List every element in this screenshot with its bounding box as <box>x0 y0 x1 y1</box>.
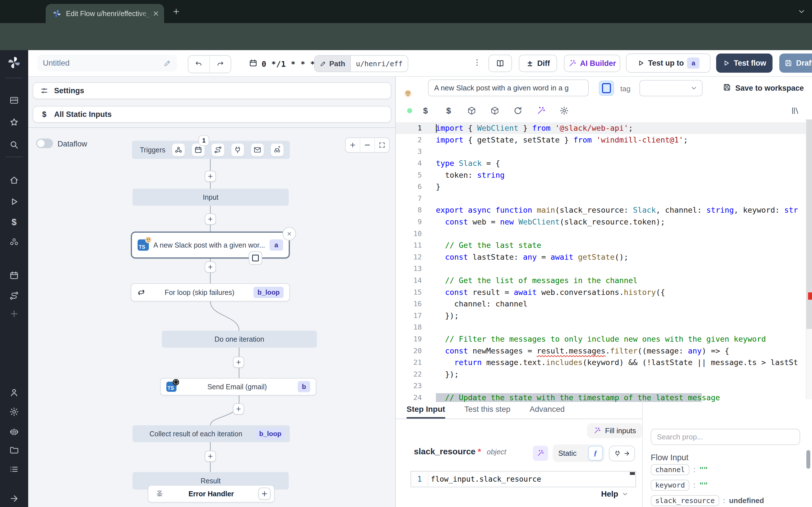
editor-reload-icon[interactable] <box>513 106 523 115</box>
play-icon <box>722 59 730 67</box>
slack-step-node[interactable]: TS A new Slack post with a given wor... … <box>131 231 290 259</box>
trigger-webhook-button[interactable] <box>172 143 185 157</box>
forloop-step-node[interactable]: For loop (skip failures) b_loop <box>131 283 290 301</box>
fit-view-button[interactable] <box>374 138 389 152</box>
add-step-button[interactable] <box>233 403 244 414</box>
static-label[interactable]: Static <box>558 449 576 458</box>
sidebar-item-settings-icon[interactable] <box>9 407 19 417</box>
trigger-watch-button[interactable] <box>270 143 284 157</box>
tab-step-input[interactable]: Step Input <box>407 400 445 418</box>
sidebar-item-users-icon[interactable] <box>9 388 19 398</box>
new-tab-icon[interactable] <box>172 7 181 16</box>
zoom-in-button[interactable] <box>346 138 360 152</box>
sidebar-item-workers-icon[interactable] <box>9 427 19 437</box>
trigger-plug-button[interactable] <box>231 143 245 157</box>
code-editor[interactable]: 1import { WebClient } from '@slack/web-a… <box>396 119 806 402</box>
triggers-bar[interactable]: Triggers <box>132 141 290 159</box>
docs-button[interactable] <box>488 55 512 72</box>
result-label: Result <box>201 477 221 485</box>
flow-name-field[interactable]: Untitled <box>37 55 177 71</box>
settings-button[interactable]: Settings <box>33 82 391 99</box>
browser-tab[interactable]: Edit Flow u/henri/effective_un <box>46 4 164 23</box>
add-step-button[interactable] <box>205 262 216 273</box>
tab-close-icon[interactable] <box>152 10 160 17</box>
library-icon[interactable] <box>791 106 800 115</box>
step-summary-input[interactable]: A new Slack post with a given word in a … <box>428 79 589 96</box>
add-step-button[interactable] <box>205 171 216 182</box>
sidebar-item-resources-icon[interactable] <box>9 237 19 247</box>
redo-button[interactable] <box>209 56 231 73</box>
remove-step-button[interactable] <box>283 227 296 240</box>
flow-input-node[interactable]: Input <box>133 189 289 206</box>
editor-dollar-icon[interactable]: $ <box>421 106 430 115</box>
expr-editor[interactable]: 1 flow_input.slack_resource <box>410 471 636 487</box>
zoom-out-button[interactable] <box>360 138 374 152</box>
ai-gen-button[interactable] <box>533 446 548 461</box>
dataflow-toggle[interactable] <box>36 138 53 148</box>
schedule-icon[interactable] <box>249 59 258 68</box>
editor-gear-icon[interactable] <box>559 106 569 115</box>
trigger-mail-button[interactable] <box>251 143 264 157</box>
save-workspace-icon[interactable] <box>722 83 731 92</box>
help-label: Help <box>601 490 618 499</box>
more-options-icon[interactable] <box>472 58 481 67</box>
fill-inputs-button[interactable]: Fill inputs <box>587 423 642 438</box>
prop-pill[interactable]: keyword <box>651 480 689 491</box>
diff-button[interactable]: ± Diff <box>519 55 557 72</box>
add-step-button[interactable] <box>205 451 216 462</box>
connect-input-button[interactable] <box>609 446 635 461</box>
sidebar-item-home-icon[interactable] <box>9 175 19 185</box>
editor-box-icon[interactable] <box>467 106 476 115</box>
input-node-label: Input <box>203 193 218 202</box>
help-toggle[interactable]: Help <box>601 490 628 499</box>
sidebar-item-search-icon[interactable] <box>9 140 19 150</box>
tab-advanced[interactable]: Advanced <box>529 400 565 418</box>
function-mode-button[interactable]: ƒ <box>588 446 603 460</box>
do-one-iteration-node[interactable]: Do one iteration <box>162 331 317 348</box>
sidebar-item-runs-icon[interactable] <box>9 196 19 207</box>
prop-pill[interactable]: slack_resource <box>651 495 719 506</box>
add-error-handler-button[interactable] <box>258 488 271 500</box>
trigger-route-button[interactable] <box>211 143 225 157</box>
tab-search-icon[interactable] <box>797 7 806 16</box>
lang-status-dot <box>407 108 412 113</box>
draft-button[interactable]: Draft <box>779 54 812 73</box>
sidebar-item-folders-icon[interactable] <box>9 445 19 455</box>
editor-box-icon[interactable] <box>490 106 500 115</box>
sidebar-item-variables-icon[interactable]: $ <box>9 217 19 227</box>
add-step-button[interactable] <box>205 214 216 225</box>
edit-name-icon[interactable] <box>163 59 171 67</box>
diff-toggle-button[interactable] <box>599 80 614 96</box>
code-line-19: 19 // Filter the messages to only includ… <box>396 333 806 345</box>
dataflow-label: Dataflow <box>57 140 87 149</box>
undo-button[interactable] <box>188 56 209 73</box>
sidebar-item-routes-icon[interactable] <box>9 291 19 301</box>
sidebar-item-add-icon[interactable] <box>9 309 19 319</box>
ai-builder-button[interactable]: AI Builder <box>564 55 620 72</box>
search-prop-input[interactable]: Search prop... <box>651 429 800 445</box>
sidebar-item-expand-icon[interactable] <box>9 494 19 504</box>
editor-scrollbar[interactable] <box>806 119 812 399</box>
editor-dollar-icon[interactable]: $ <box>444 106 453 115</box>
test-up-to-button[interactable]: Test up to a <box>626 54 711 73</box>
all-static-inputs-button[interactable]: $ All Static Inputs <box>33 106 391 123</box>
sidebar-item-favorites-icon[interactable] <box>9 117 19 127</box>
windmill-logo[interactable] <box>7 55 21 70</box>
error-handler-node[interactable]: Error Handler <box>148 485 274 503</box>
sidebar-item-workspace-icon[interactable] <box>9 464 19 474</box>
tag-select[interactable] <box>640 80 703 96</box>
sidebar-item-schedules-icon[interactable] <box>9 270 19 281</box>
prop-pill[interactable]: channel <box>651 464 689 475</box>
sidebar-item-apps-icon[interactable] <box>9 95 19 105</box>
editor-wand-icon[interactable] <box>536 106 546 115</box>
breakpoint-button[interactable] <box>249 251 262 265</box>
schedule-count-badge: 1 <box>199 135 209 146</box>
path-field[interactable]: Path u/henri/eff <box>314 55 408 72</box>
collect-result-node[interactable]: Collect result of each iteration b_loop <box>133 425 290 442</box>
email-step-node[interactable]: TS Send Email (gmail) b <box>160 378 316 395</box>
save-workspace-label[interactable]: Save to workspace <box>735 84 804 93</box>
test-flow-button[interactable]: Test flow <box>716 54 772 73</box>
tab-test-this-step[interactable]: Test this step <box>464 400 510 418</box>
add-step-button[interactable] <box>233 356 244 368</box>
prop-scrollbar-thumb[interactable] <box>806 450 810 469</box>
